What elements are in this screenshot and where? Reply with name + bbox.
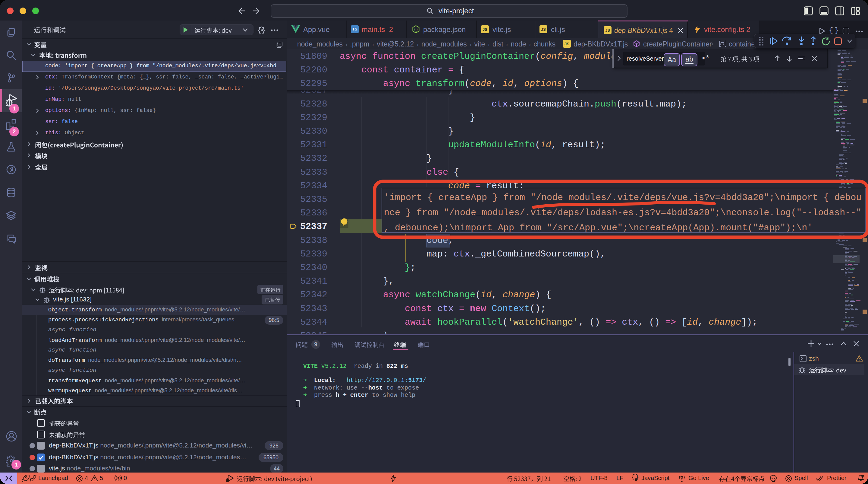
- svg-text:{ }: { }: [414, 27, 417, 32]
